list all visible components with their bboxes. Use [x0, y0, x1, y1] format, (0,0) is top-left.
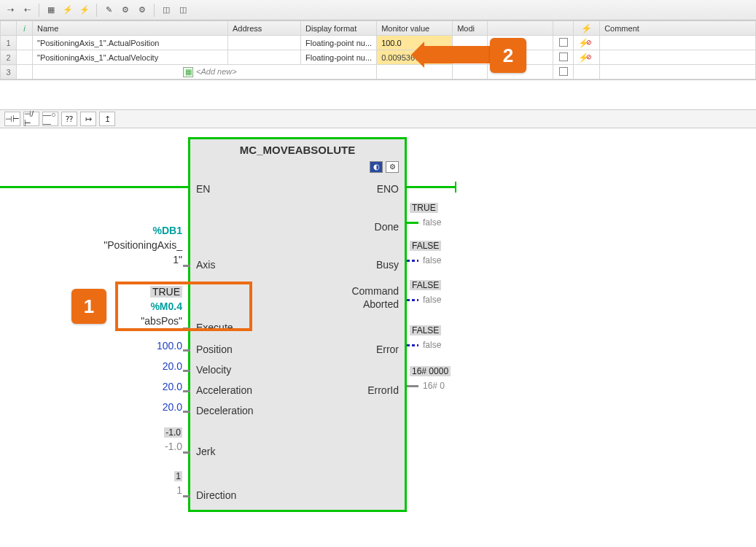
out-busy-f: false	[423, 255, 441, 265]
cell-name[interactable]: "PositioningAxis_1".ActualVelocity	[33, 50, 228, 65]
tool-btn-9[interactable]: ◫	[159, 3, 174, 18]
axis-name2: 1"	[146, 254, 182, 265]
tool-btn-10[interactable]: ◫	[176, 3, 190, 18]
val-decel[interactable]: 20.0	[163, 401, 182, 413]
ladder-toolbar: ⊣⊢ ⊣/⊢ —○— ⁇ ↦ ↥	[0, 109, 756, 128]
watch-table: i Name Address Display format Monitor va…	[0, 20, 756, 80]
power-rail-left	[0, 186, 190, 188]
cell-display[interactable]: Floating-point nu...	[301, 36, 377, 50]
row-checkbox[interactable]	[559, 38, 568, 47]
branch-close-btn[interactable]: ↥	[99, 112, 115, 126]
block-icon-info[interactable]: ◐	[370, 161, 383, 173]
val-jerk[interactable]: -1.0	[165, 441, 182, 452]
pin-en: EN	[196, 183, 210, 195]
function-block[interactable]: MC_MOVEABSOLUTE ◐ ⚙ EN ENO Axis Execute …	[188, 137, 407, 512]
out-eid-t: 16# 0000	[410, 366, 451, 376]
addnew-label[interactable]: <Add new>	[196, 67, 237, 76]
pin-execute: Execute	[196, 322, 233, 333]
tool-btn-4[interactable]: ⚡	[61, 3, 75, 18]
hdr-modify[interactable]: Modi	[453, 21, 488, 36]
contact-nc-btn[interactable]: ⊣/⊢	[23, 112, 39, 126]
row-num: 3	[1, 65, 17, 79]
tool-btn-7[interactable]: ⚙	[118, 3, 133, 18]
exec-name: "absPos"	[117, 315, 182, 327]
branch-open-btn[interactable]: ↦	[80, 112, 96, 126]
out-eid-f: 16# 0	[423, 381, 445, 391]
out-err-t: FALSE	[410, 325, 441, 335]
cell-display[interactable]: Floating-point nu...	[301, 50, 377, 65]
hdr-info: i	[17, 21, 33, 36]
wire-stub	[407, 299, 418, 301]
table-row[interactable]: 2 "PositioningAxis_1".ActualVelocity Flo…	[1, 50, 756, 65]
val-accel[interactable]: 20.0	[163, 381, 182, 392]
pin-direction: Direction	[196, 489, 236, 501]
watch-header-row: i Name Address Display format Monitor va…	[1, 21, 756, 36]
pin-errorid: ErrorId	[367, 384, 399, 396]
pin-jerk: Jerk	[196, 446, 215, 457]
callout-1: 1	[71, 289, 106, 324]
ladder-diagram: MC_MOVEABSOLUTE ◐ ⚙ EN ENO Axis Execute …	[0, 128, 756, 522]
block-icon-config[interactable]: ⚙	[386, 161, 399, 173]
pin-cmd2: Aborted	[363, 298, 399, 310]
pin-position: Position	[196, 344, 233, 355]
out-busy-t: FALSE	[410, 241, 441, 251]
pin-velocity: Velocity	[196, 364, 231, 376]
table-row[interactable]: 1 "PositioningAxis_1".ActualPosition Flo…	[1, 36, 756, 50]
cell-name[interactable]: "PositioningAxis_1".ActualPosition	[33, 36, 228, 50]
row-num: 1	[1, 36, 17, 50]
wire-stub	[407, 344, 418, 346]
tool-btn-8[interactable]: ⚙	[135, 3, 149, 18]
pin-accel: Acceleration	[196, 384, 252, 396]
pin-cmd1: Command	[351, 285, 399, 297]
wire-stub	[407, 260, 418, 262]
tool-btn-2[interactable]: ⇠	[20, 3, 34, 18]
val-position[interactable]: 100.0	[157, 340, 182, 352]
coil-btn[interactable]: —○—	[42, 112, 58, 126]
table-row-addnew[interactable]: 3 ▦<Add new>	[1, 65, 756, 79]
val-velocity[interactable]: 20.0	[163, 360, 182, 372]
callout-2: 2	[490, 38, 526, 73]
out-cmd-f: false	[423, 295, 441, 305]
power-rail-right	[406, 186, 456, 188]
tool-btn-1[interactable]: ⇢	[3, 3, 17, 18]
add-icon[interactable]: ▦	[183, 67, 193, 77]
contact-no-btn[interactable]: ⊣⊢	[4, 112, 20, 126]
val-dir-badge: 1	[174, 471, 182, 481]
row-checkbox[interactable]	[559, 67, 568, 76]
pin-done: Done	[375, 221, 399, 233]
val-dir[interactable]: 1	[176, 484, 182, 496]
tool-btn-6[interactable]: ✎	[101, 3, 116, 18]
exec-addr: %M0.4	[124, 300, 182, 312]
val-jerk-badge: -1.0	[164, 427, 182, 438]
hdr-comment[interactable]: Comment	[600, 21, 756, 36]
tool-btn-5[interactable]: ⚡	[77, 3, 92, 18]
hdr-name[interactable]: Name	[33, 21, 228, 36]
hdr-address[interactable]: Address	[228, 21, 301, 36]
out-cmd-t: FALSE	[410, 280, 441, 290]
row-checkbox[interactable]	[559, 53, 568, 61]
pin-error: Error	[376, 344, 399, 355]
pin-busy: Busy	[376, 259, 399, 271]
out-done-f: false	[423, 217, 441, 228]
out-done-t: TRUE	[410, 203, 438, 213]
hdr-monitor[interactable]: Monitor value	[377, 21, 453, 36]
tool-btn-3[interactable]: ▦	[44, 3, 58, 18]
main-toolbar: ⇢ ⇠ ▦ ⚡ ⚡ ✎ ⚙ ⚙ ◫ ◫	[0, 0, 756, 20]
wire-stub	[407, 385, 418, 387]
pin-axis: Axis	[196, 259, 215, 271]
hdr-display[interactable]: Display format	[301, 21, 377, 36]
callout-arrow-2	[424, 46, 490, 63]
axis-name1: "PositioningAxis_	[80, 239, 182, 251]
pin-eno: ENO	[377, 183, 399, 195]
axis-db: %DB1	[124, 225, 182, 236]
bolt-icon: ⚡	[581, 23, 592, 34]
box-btn[interactable]: ⁇	[61, 112, 77, 126]
out-err-f: false	[423, 340, 441, 350]
wire-stub	[407, 222, 418, 224]
exec-state: TRUE	[124, 286, 182, 298]
block-title: MC_MOVEABSOLUTE	[190, 139, 405, 156]
row-num: 2	[1, 50, 17, 65]
pin-decel: Deceleration	[196, 405, 254, 416]
